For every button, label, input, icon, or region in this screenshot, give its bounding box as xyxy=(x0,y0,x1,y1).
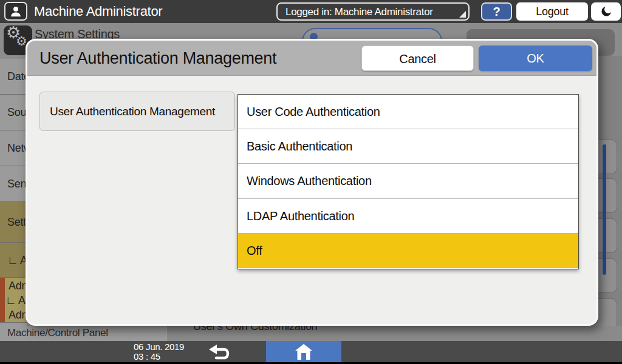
time-label: 03 : 45 xyxy=(134,352,184,362)
sidebar-item-send[interactable]: Send xyxy=(0,166,27,202)
date-label: 06 Jun. 2019 xyxy=(134,342,184,352)
ok-button[interactable]: OK xyxy=(479,46,592,71)
dialog-header: User Authentication Management Cancel OK xyxy=(27,41,596,76)
sidebar-subsection-current[interactable]: Admin ∟ Admin Admin xyxy=(0,278,27,323)
dropdown-corner-icon xyxy=(459,11,466,18)
date-time-display: 06 Jun. 2019 03 : 45 xyxy=(134,342,184,362)
energy-saver-button[interactable] xyxy=(591,2,621,21)
home-button[interactable] xyxy=(266,341,341,362)
help-button[interactable]: ? xyxy=(481,2,512,21)
home-icon xyxy=(295,343,313,360)
field-label: User Authentication Management xyxy=(39,92,235,131)
top-status-bar: Machine Administrator Logged in: Machine… xyxy=(0,0,622,23)
user-authentication-dialog: User Authentication Management Cancel OK… xyxy=(26,39,598,326)
back-arrow-icon xyxy=(208,344,231,360)
bottom-navigation-bar: 06 Jun. 2019 03 : 45 xyxy=(0,341,622,364)
administrator-user-icon xyxy=(4,2,27,21)
back-button[interactable] xyxy=(205,341,234,362)
moon-icon xyxy=(600,5,613,18)
current-marker xyxy=(0,278,5,323)
scrollbar[interactable] xyxy=(603,144,606,275)
authentication-option-list: User Code Authentication Basic Authentic… xyxy=(238,94,579,269)
machine-control-panel-label: Machine/Control Panel xyxy=(7,327,108,339)
logged-in-user-dropdown[interactable]: Logged in: Machine Administrator xyxy=(276,2,470,21)
touch-screen: ⚙ ⚙ System Settings Date Sound Network S… xyxy=(0,0,622,364)
sidebar-item-authentication[interactable]: ∟ Auth xyxy=(0,243,27,278)
option-off-selected[interactable]: Off xyxy=(238,234,578,268)
option-basic-authentication[interactable]: Basic Authentication xyxy=(238,129,578,164)
background-bottom-strip: Machine/Control Panel User's Own Customi… xyxy=(0,326,622,341)
settings-sidebar: Date Sound Network Send Settings ∟ Auth … xyxy=(0,59,27,341)
sidebar-item-date[interactable]: Date xyxy=(0,59,27,95)
dialog-title: User Authentication Management xyxy=(39,41,276,76)
sidebar-item-network[interactable]: Network xyxy=(0,130,27,166)
sidebar-item-sound[interactable]: Sound xyxy=(0,95,27,130)
option-windows-authentication[interactable]: Windows Authentication xyxy=(238,164,578,198)
option-ldap-authentication[interactable]: LDAP Authentication xyxy=(238,199,578,234)
option-user-code-authentication[interactable]: User Code Authentication xyxy=(238,95,578,129)
sidebar-item-settings[interactable]: Settings xyxy=(0,202,27,243)
page-title: Machine Administrator xyxy=(34,0,162,23)
cancel-button[interactable]: Cancel xyxy=(361,46,474,71)
logout-button[interactable]: Logout xyxy=(516,2,588,21)
